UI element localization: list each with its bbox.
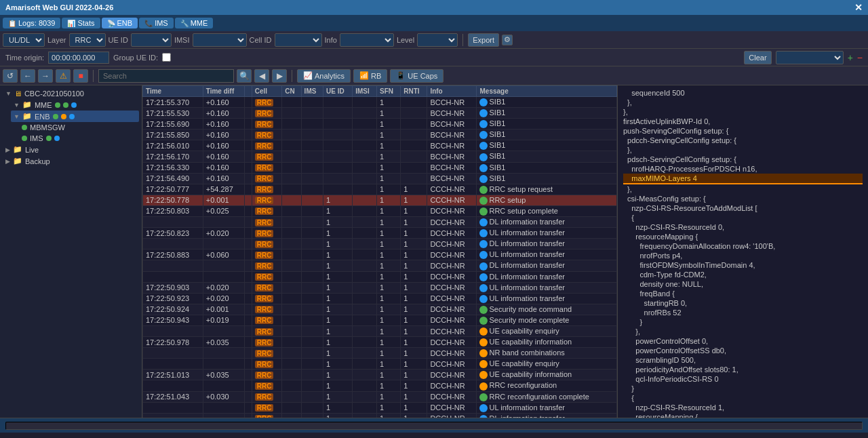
stop-button[interactable]: ■ <box>73 69 88 83</box>
mme-label: MME <box>35 101 52 109</box>
table-row[interactable]: RRC111DCCH-NRUL information transfer <box>143 402 617 413</box>
search-prev[interactable]: ◀ <box>254 69 269 83</box>
back-button[interactable]: ← <box>20 69 35 83</box>
warning-button[interactable]: ⚠ <box>56 69 71 83</box>
cell-id-select[interactable] <box>275 33 322 47</box>
col-imsi: IMSI <box>353 86 377 97</box>
group-ue-checkbox[interactable] <box>162 53 171 62</box>
table-row[interactable]: 17:21:55.690+0.160RRC1BCCH-NRSIB1 <box>143 119 617 130</box>
table-row[interactable]: RRC111DCCH-NRDL information transfer <box>143 413 617 418</box>
filter-select[interactable] <box>776 51 844 64</box>
table-row[interactable]: 17:21:56.010+0.160RRC1BCCH-NRSIB1 <box>143 140 617 151</box>
table-row[interactable]: 17:22:50.803+0.025RRC111DCCH-NRRRC setup… <box>143 205 617 216</box>
table-row[interactable]: 17:22:50.777+54.287RRC11CCCH-NRRRC setup… <box>143 184 617 195</box>
table-row[interactable]: 17:22:50.924+0.001RRC111DCCH-NRSecurity … <box>143 304 617 315</box>
logs-nav[interactable]: 📋 Logs: 8039 <box>3 18 60 28</box>
horizontal-scrollbar[interactable] <box>5 422 863 430</box>
code-line: } <box>623 384 863 393</box>
mme-folder-icon: 📁 <box>22 100 32 109</box>
table-row[interactable]: 17:21:56.170+0.160RRC1BCCH-NRSIB1 <box>143 151 617 162</box>
level-select[interactable] <box>417 33 458 47</box>
search-icon[interactable]: 🔍 <box>237 69 252 83</box>
col-info: Info <box>427 86 477 97</box>
analytics-button[interactable]: 📈 Analytics <box>297 69 351 83</box>
ims-label: IMS <box>30 134 43 142</box>
search-next[interactable]: ▶ <box>272 69 287 83</box>
sidebar-item-mbmsgw[interactable]: MBMSGW <box>19 122 139 133</box>
ue-id-select[interactable] <box>131 33 172 47</box>
table-row[interactable]: RRC111DCCH-NRDL information transfer <box>143 217 617 228</box>
export-button[interactable]: Export <box>468 33 499 47</box>
table-row[interactable]: 17:21:56.330+0.160RRC1BCCH-NRSIB1 <box>143 162 617 173</box>
backup-folder-icon: 📁 <box>13 157 22 165</box>
table-row[interactable]: RRC111DCCH-NRNR band combinations <box>143 348 617 359</box>
refresh-button[interactable]: ↺ <box>3 69 18 83</box>
table-row[interactable]: 17:22:50.923+0.020RRC111DCCH-NRUL inform… <box>143 293 617 304</box>
statusbar <box>0 418 868 433</box>
code-line: resourceMapping { <box>623 412 863 418</box>
table-row[interactable]: 17:22:50.883+0.060RRC111DCCH-NRUL inform… <box>143 250 617 260</box>
code-line: pdsch-ServingCellConfig setup: { <box>623 155 863 164</box>
titlebar: Amarisoft Web GUI 2022-04-26 ✕ <box>0 0 868 15</box>
table-row[interactable]: RRC111DCCH-NRRRC reconfiguration <box>143 380 617 391</box>
mode-select[interactable]: UL/DL <box>3 33 45 47</box>
add-filter-button[interactable]: + <box>848 52 853 63</box>
log-table-area[interactable]: Time Time diff Cell CN IMS UE ID IMSI SF… <box>142 85 617 418</box>
table-row[interactable]: 17:22:50.903+0.020RRC111DCCH-NRUL inform… <box>143 282 617 293</box>
ue-caps-icon: 📱 <box>396 71 406 80</box>
remove-filter-button[interactable]: − <box>857 52 863 63</box>
search-input[interactable] <box>98 69 234 83</box>
table-row[interactable]: 17:21:55.530+0.160RRC1BCCH-NRSIB1 <box>143 108 617 119</box>
sidebar-item-backup[interactable]: ▶ 📁 Backup <box>3 155 139 167</box>
sidebar-root[interactable]: ▼ 🖥 CBC-2021050100 <box>3 88 139 99</box>
rb-button[interactable]: 📶 RB <box>353 69 387 83</box>
table-row[interactable]: RRC111DCCH-NRUE capability enquiry <box>143 325 617 336</box>
settings-button[interactable]: ⚙ <box>502 35 513 45</box>
imsi-select[interactable] <box>193 33 247 47</box>
code-line: powerControlOffsetSS db0, <box>623 346 863 355</box>
code-line: powerControlOffset 0, <box>623 336 863 346</box>
code-line: firstOFDMSymbolInTimeDomain 4, <box>623 260 863 270</box>
ims-nav[interactable]: 📞 IMS <box>139 18 174 28</box>
right-panel[interactable]: sequenceId 500 },},firstActiveUplinkBWP-… <box>617 85 868 418</box>
table-row[interactable]: 17:22:51.043+0.030RRC111DCCH-NRRRC recon… <box>143 391 617 402</box>
code-line: firstActiveUplinkBWP-Id 0, <box>623 117 863 126</box>
info-select[interactable] <box>340 33 394 47</box>
table-row[interactable]: 17:22:50.978+0.035RRC111DCCH-NRUE capabi… <box>143 337 617 348</box>
table-row[interactable]: 17:21:56.490+0.160RRC1BCCH-NRSIB1 <box>143 173 617 184</box>
col-cell: Cell <box>252 86 281 97</box>
table-row[interactable]: 17:22:50.943+0.019RRC111DCCH-NRSecurity … <box>143 315 617 325</box>
code-line: }, <box>623 327 863 336</box>
enb-nav[interactable]: 📡 ENB <box>102 18 138 28</box>
forward-button[interactable]: → <box>38 69 53 83</box>
code-line: }, <box>623 107 863 117</box>
time-origin-input[interactable]: 00:00:00.000 <box>48 52 109 64</box>
table-row[interactable]: RRC111DCCH-NRUE capability enquiry <box>143 359 617 370</box>
time-toolbar: Time origin: 00:00:00.000 Group UE ID: C… <box>0 49 868 66</box>
table-row[interactable]: 17:21:55.850+0.160RRC1BCCH-NRSIB1 <box>143 130 617 140</box>
table-row[interactable]: RRC111DCCH-NRDL information transfer <box>143 239 617 250</box>
col-ims: IMS <box>301 86 323 97</box>
layer-select[interactable]: RRC <box>69 33 106 47</box>
table-row[interactable]: 17:22:50.823+0.020RRC111DCCH-NRUL inform… <box>143 228 617 239</box>
stats-nav[interactable]: 📊 Stats <box>62 18 100 28</box>
table-row[interactable]: RRC111DCCH-NRDL information transfer <box>143 260 617 271</box>
mme-nav[interactable]: 🔧 MME <box>175 18 214 28</box>
code-line: qcl-InfoPeriodicCSI-RS 0 <box>623 374 863 384</box>
table-row[interactable]: RRC111DCCH-NRDL information transfer <box>143 271 617 282</box>
cell-id-label: Cell ID <box>250 36 272 44</box>
sidebar-item-enb[interactable]: ▼ 📁 ENB <box>11 111 139 122</box>
table-row[interactable]: 17:22:51.013+0.035RRC111DCCH-NRUE capabi… <box>143 370 617 380</box>
sidebar-item-live[interactable]: ▶ 📁 Live <box>3 144 139 155</box>
sidebar-item-mme[interactable]: ▼ 📁 MME <box>11 99 139 111</box>
table-row[interactable]: 17:21:55.370+0.160RRC1BCCH-NRSIB1 <box>143 97 617 108</box>
code-line: { <box>623 213 863 222</box>
enb-folder-icon: 📁 <box>22 112 32 121</box>
ue-caps-button[interactable]: 📱 UE Caps <box>390 69 443 83</box>
backup-chevron: ▶ <box>5 158 10 165</box>
clear-button[interactable]: Clear <box>744 51 771 64</box>
close-button[interactable]: ✕ <box>854 2 863 13</box>
table-row[interactable]: 17:22:50.778+0.001RRC111CCCH-NRRRC setup <box>143 195 617 205</box>
sidebar-item-ims[interactable]: IMS <box>19 133 139 144</box>
sidebar: ▼ 🖥 CBC-2021050100 ▼ 📁 MME ▼ 📁 ENB MBMSG… <box>0 85 142 418</box>
